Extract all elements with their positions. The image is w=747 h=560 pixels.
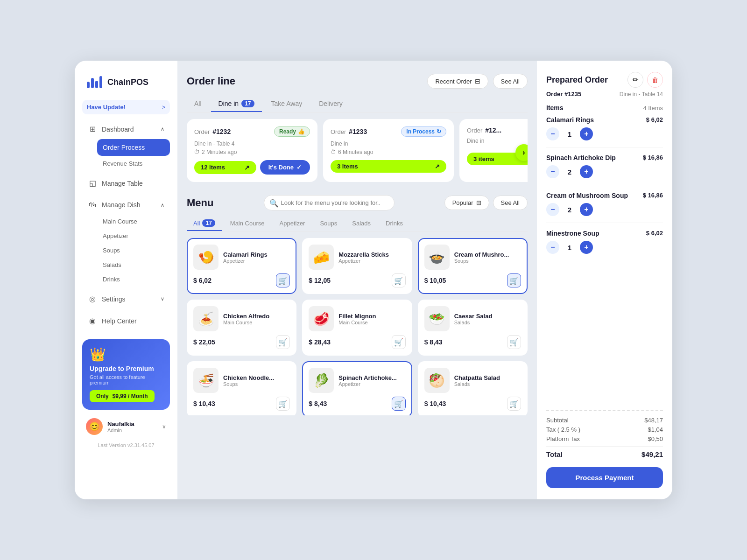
- tab-take-away[interactable]: Take Away: [264, 96, 310, 112]
- food-image-3: 🍝: [193, 306, 218, 331]
- add-to-cart-button-1[interactable]: 🛒: [392, 273, 406, 287]
- order-item-2: Cream of Mushroom Soup $ 16,86 − 2 +: [546, 192, 663, 223]
- menu-see-all-button[interactable]: See All: [493, 196, 528, 210]
- order-table: Dine in - Table 14: [620, 91, 663, 98]
- app-name: ChainPOS: [107, 77, 148, 87]
- food-image-5: 🥗: [424, 306, 450, 331]
- dish-icon: 🛍: [88, 201, 97, 209]
- items-badge-2[interactable]: 3 items ↗: [331, 160, 446, 173]
- avatar-emoji: 😊: [89, 421, 99, 432]
- user-profile[interactable]: 😊 Naufalkia Admin ∨: [82, 413, 170, 437]
- qty-minus-button-1[interactable]: −: [546, 165, 559, 178]
- dine-in-badge: 17: [241, 100, 254, 107]
- items-badge-1[interactable]: 12 items ↗: [194, 161, 256, 174]
- sidebar-update-text: Have Update!: [87, 104, 126, 111]
- menu-tab-drinks[interactable]: Drinks: [379, 216, 409, 231]
- sidebar-item-dashboard[interactable]: ⊞ Dashboard ∧: [82, 120, 170, 138]
- sidebar-item-order-process[interactable]: Order Process: [97, 139, 170, 156]
- add-to-cart-button-0[interactable]: 🛒: [276, 273, 290, 287]
- sidebar-label-dashboard: Dashboard: [102, 126, 134, 133]
- add-to-cart-button-3[interactable]: 🛒: [276, 335, 290, 349]
- sidebar-item-manage-table[interactable]: ◱ Manage Table: [82, 174, 170, 192]
- menu-item-2[interactable]: 🍲 Cream of Mushro... Soups $ 10,05 🛒: [418, 238, 528, 294]
- menu-item-7[interactable]: 🥬 Spinach Artichoke... Appetizer $ 8,43 …: [302, 361, 412, 415]
- tab-all[interactable]: All: [187, 96, 209, 112]
- order-item-3: Minestrone Soup $ 6,02 − 1 +: [546, 230, 663, 260]
- food-image-7: 🥬: [309, 368, 334, 393]
- chevron-right-icon: >: [162, 104, 165, 111]
- popular-filter-button[interactable]: Popular ⊟: [444, 196, 489, 210]
- delete-order-button[interactable]: 🗑: [647, 72, 663, 88]
- sidebar-sub-main-course[interactable]: Main Course: [97, 215, 170, 228]
- qty-minus-button-3[interactable]: −: [546, 241, 559, 254]
- food-category-1: Appetizer: [338, 258, 405, 264]
- edit-order-button[interactable]: ✏: [627, 72, 643, 88]
- upgrade-box: 👑 Upgrade to Premium Got all access to f…: [82, 339, 170, 410]
- menu-item-8[interactable]: 🥙 Chatpatta Salad Salads $ 10,43 🛒: [418, 361, 528, 415]
- food-price-6: $ 10,43: [193, 400, 215, 407]
- menu-item-5[interactable]: 🥗 Caesar Salad Salads $ 8,43 🛒: [418, 300, 528, 356]
- total-value: $49,21: [641, 450, 663, 458]
- order-card-1232: Order #1232 Ready 👍 Dine in - Table 4 ⏱ …: [187, 119, 317, 182]
- upgrade-only-label: Only: [96, 393, 109, 399]
- food-image-0: 🍤: [193, 245, 218, 270]
- qty-minus-button-0[interactable]: −: [546, 127, 559, 140]
- process-payment-button[interactable]: Process Payment: [546, 467, 663, 488]
- sidebar-sub-soups[interactable]: Soups: [97, 244, 170, 257]
- search-input[interactable]: [264, 195, 395, 210]
- add-to-cart-button-4[interactable]: 🛒: [392, 335, 406, 349]
- menu-tab-all[interactable]: All 17: [187, 216, 222, 231]
- tab-delivery[interactable]: Delivery: [311, 96, 350, 112]
- order-card-1233: Order #1233 In Process ↻ Dine in ⏱ 6 Min…: [323, 119, 454, 182]
- add-to-cart-button-2[interactable]: 🛒: [507, 273, 521, 287]
- menu-tab-appetizer[interactable]: Appetizer: [273, 216, 312, 231]
- sidebar-sub-salads[interactable]: Salads: [97, 258, 170, 272]
- add-to-cart-button-7[interactable]: 🛒: [392, 397, 406, 411]
- recent-order-button[interactable]: Recent Order ⊟: [427, 74, 488, 89]
- food-price-0: $ 6,02: [193, 277, 211, 284]
- add-to-cart-button-5[interactable]: 🛒: [507, 335, 521, 349]
- check-icon-1: ✓: [296, 164, 302, 171]
- done-button-1[interactable]: It's Done ✓: [260, 160, 310, 175]
- sidebar-sub-drinks[interactable]: Drinks: [97, 273, 170, 286]
- menu-tab-salads[interactable]: Salads: [345, 216, 377, 231]
- order-summary: Subtotal $48,17 Tax ( 2.5 % ) $1,04 Plat…: [546, 410, 663, 461]
- qty-minus-button-2[interactable]: −: [546, 203, 559, 216]
- user-chevron-icon: ∨: [162, 423, 166, 430]
- tab-dine-in[interactable]: Dine in 17: [211, 96, 262, 112]
- sidebar-item-revenue-stats[interactable]: Revenue Stats: [97, 157, 170, 170]
- upgrade-button[interactable]: Only $9,99 / Month: [90, 390, 155, 402]
- add-to-cart-button-8[interactable]: 🛒: [507, 397, 521, 411]
- sidebar-update-banner[interactable]: Have Update! >: [82, 100, 170, 114]
- add-to-cart-button-6[interactable]: 🛒: [276, 397, 290, 411]
- order-see-all-button[interactable]: See All: [493, 74, 528, 89]
- menu-tab-main-course[interactable]: Main Course: [224, 216, 271, 231]
- order-item-price-2: $ 16,86: [643, 192, 663, 199]
- user-role: Admin: [107, 427, 157, 433]
- menu-item-6[interactable]: 🍜 Chicken Noodle... Soups $ 10,43 🛒: [187, 361, 296, 415]
- menu-all-badge: 17: [202, 219, 215, 227]
- sidebar-sub-appetizer[interactable]: Appetizer: [97, 229, 170, 243]
- menu-item-3[interactable]: 🍝 Chicken Alfredo Main Course $ 22,05 🛒: [187, 300, 296, 356]
- sidebar-item-settings[interactable]: ◎ Settings ∨: [82, 290, 170, 308]
- sidebar-item-manage-dish[interactable]: 🛍 Manage Dish ∧: [82, 196, 170, 214]
- menu-title: Menu: [187, 197, 213, 209]
- order-meta-1: Dine in - Table 4: [194, 140, 310, 147]
- menu-tab-soups[interactable]: Soups: [313, 216, 344, 231]
- menu-item-4[interactable]: 🥩 Fillet Mignon Main Course $ 28,43 🛒: [302, 300, 412, 356]
- menu-item-1[interactable]: 🧀 Mozzarella Sticks Appetizer $ 12,05 🛒: [302, 238, 412, 294]
- sidebar-item-help-center[interactable]: ◉ Help Center: [82, 312, 170, 330]
- qty-plus-button-1[interactable]: +: [580, 165, 593, 178]
- order-num-1: #1232: [212, 128, 231, 135]
- prepared-title: Prepared Order: [546, 75, 608, 85]
- menu-item-0[interactable]: 🍤 Calamari Rings Appetizer $ 6,02 🛒: [187, 238, 296, 294]
- cart-icon-5: 🛒: [509, 338, 519, 347]
- sidebar-label-order-process: Order Process: [103, 144, 145, 151]
- cart-icon-2: 🛒: [509, 276, 519, 285]
- app-logo: ChainPOS: [82, 74, 170, 91]
- popular-label: Popular: [452, 199, 473, 206]
- cart-icon-6: 🛒: [278, 399, 288, 408]
- qty-plus-button-3[interactable]: +: [580, 241, 593, 254]
- qty-plus-button-0[interactable]: +: [580, 127, 593, 140]
- qty-plus-button-2[interactable]: +: [580, 203, 593, 216]
